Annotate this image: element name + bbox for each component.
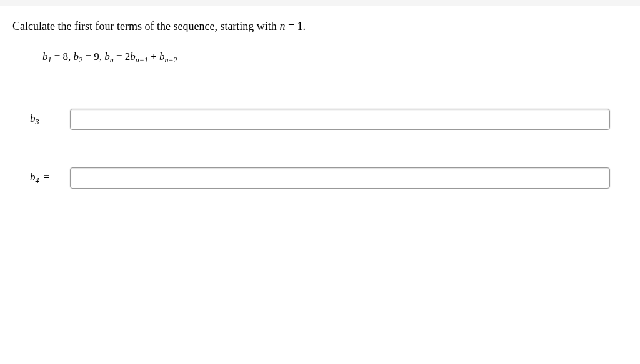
b4-var: b	[30, 171, 36, 183]
bn2-subscript: n−2	[164, 56, 177, 64]
plus-sign: +	[148, 51, 159, 62]
recurrence-formula: b1 = 8, b2 = 9, bn = 2bn−1 + bn−2	[42, 51, 628, 65]
b3-label: b3 =	[30, 112, 58, 127]
b4-label: b4 =	[30, 171, 58, 185]
instruction-suffix: = 1.	[285, 20, 306, 32]
b3-equals: =	[41, 112, 50, 124]
instruction-prefix: Calculate the first four terms of the se…	[12, 20, 279, 32]
b3-var: b	[30, 112, 36, 124]
b2-label: b	[74, 51, 79, 62]
b4-input[interactable]	[70, 167, 610, 189]
b3-subscript: 3	[36, 117, 39, 126]
answer-row-b4: b4 =	[12, 167, 628, 189]
bn1-subscript: n−1	[136, 56, 148, 64]
question-content: Calculate the first four terms of the se…	[0, 6, 640, 240]
bn-eq: = 2	[114, 51, 131, 62]
top-bar	[0, 0, 640, 6]
b4-equals: =	[41, 171, 50, 183]
b3-input[interactable]	[70, 109, 610, 130]
b4-subscript: 4	[36, 176, 39, 185]
b2-value: = 9,	[82, 51, 104, 62]
b1-value: = 8,	[52, 51, 74, 62]
answer-row-b3: b3 =	[12, 109, 628, 130]
bn1-label: b	[130, 51, 136, 62]
bn-label: b	[104, 51, 110, 62]
b1-label: b	[42, 51, 48, 62]
instruction-text: Calculate the first four terms of the se…	[12, 20, 628, 33]
